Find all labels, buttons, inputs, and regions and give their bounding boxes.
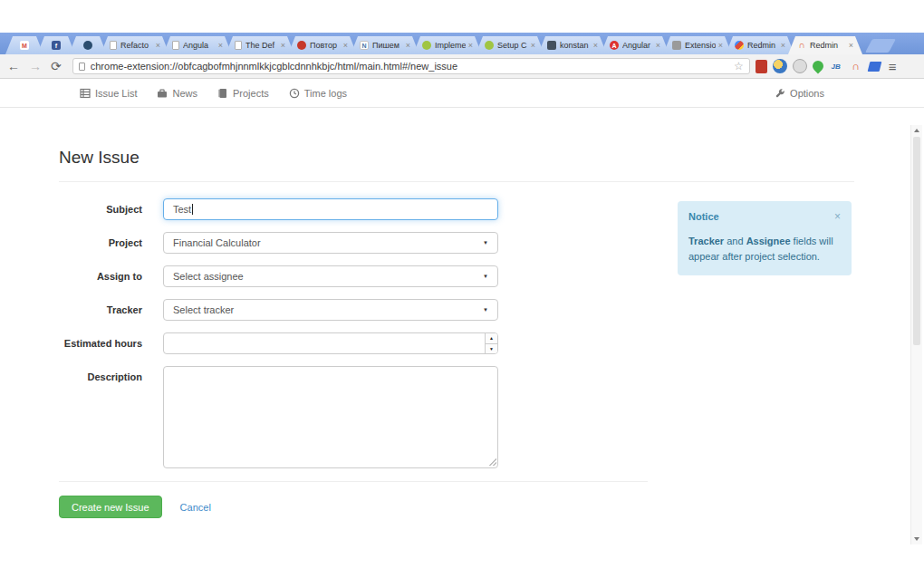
notice-bold-assignee: Assignee [746, 236, 791, 246]
stepper-up-icon[interactable]: ▲ [486, 333, 497, 344]
browser-globe-extension-icon[interactable] [773, 59, 787, 73]
subject-input[interactable]: Test [163, 198, 498, 220]
facebook-favicon: f [52, 41, 61, 50]
page-title: New Issue [59, 148, 140, 168]
browser-tab[interactable]: konstan× [538, 36, 607, 54]
browser-tab[interactable]: Refacto× [101, 36, 169, 54]
cancel-link[interactable]: Cancel [180, 502, 211, 513]
browser-tab[interactable]: Angula× [163, 36, 232, 54]
url-text: chrome-extension://obfcagbofmhjnnmlkkjcg… [91, 61, 728, 72]
green-pin-extension-icon[interactable] [810, 59, 825, 74]
jetbrains-extension-icon[interactable]: JB [829, 59, 843, 73]
tab-close-icon[interactable]: × [656, 41, 660, 50]
blue-flag-extension-icon[interactable] [867, 62, 881, 72]
tab-close-icon[interactable]: × [281, 41, 285, 50]
nav-item-time-logs[interactable]: Time logs [289, 88, 347, 99]
project-selected-value: Financial Calculator [173, 237, 261, 248]
chrome-colors-favicon [735, 41, 744, 50]
redmine-arch-favicon: ∩ [797, 41, 806, 50]
estimated-hours-input[interactable] [163, 332, 498, 354]
puzzle-favicon [672, 41, 681, 50]
tab-title: Refacto [120, 41, 153, 50]
nav-item-projects[interactable]: Projects [217, 88, 269, 99]
gray-circle-extension-icon[interactable] [793, 59, 807, 73]
pinned-tab[interactable]: M [5, 36, 43, 54]
browser-tab[interactable]: Повтор× [288, 36, 357, 54]
subject-value: Test [173, 204, 191, 215]
doc-favicon [172, 41, 179, 50]
site-nav: Issue List News Projects Time logs Optio… [0, 79, 924, 108]
doc-favicon [235, 41, 242, 50]
assign-label: Assign to [59, 265, 142, 282]
nav-item-options[interactable]: Options [775, 88, 824, 99]
nav-label: News [172, 88, 197, 99]
list-grid-icon [80, 88, 91, 99]
browser-tab-active[interactable]: ∩Redmin× [788, 36, 862, 54]
tab-title: Angula [183, 41, 216, 50]
scrollbar-thumb[interactable] [913, 137, 920, 345]
stepper-down-icon[interactable]: ▼ [486, 344, 497, 354]
dark-square-favicon [547, 41, 556, 50]
assignee-select[interactable]: Select assignee ▼ [163, 265, 498, 287]
tracker-select[interactable]: Select tracker ▼ [163, 299, 498, 321]
hours-label: Estimated hours [59, 332, 142, 349]
forward-icon[interactable]: → [29, 60, 42, 72]
refresh-icon[interactable]: ⟳ [51, 60, 62, 72]
tab-close-icon[interactable]: × [593, 41, 598, 50]
tab-close-icon[interactable]: × [849, 41, 853, 50]
tab-close-icon[interactable]: × [156, 41, 160, 50]
form-divider [59, 481, 648, 482]
nav-label: Time logs [304, 88, 347, 99]
browser-tab[interactable]: Impleme× [413, 36, 482, 54]
tab-close-icon[interactable]: × [406, 41, 410, 50]
back-icon[interactable]: ← [7, 60, 20, 72]
tab-close-icon[interactable]: × [468, 41, 473, 50]
create-issue-button[interactable]: Create new Issue [59, 496, 162, 518]
browser-toolbar: ← → ⟳ chrome-extension://obfcagbofmhjnnm… [0, 54, 924, 79]
subject-label: Subject [59, 198, 142, 215]
nav-label: Issue List [95, 88, 137, 99]
notice-panel: Notice × Tracker and Assignee fields wil… [678, 201, 852, 275]
browser-tab[interactable]: NПишем× [351, 36, 419, 54]
tab-close-icon[interactable]: × [343, 41, 348, 50]
tab-close-icon[interactable]: × [781, 41, 785, 50]
vertical-scrollbar[interactable] [910, 125, 922, 544]
pinned-tab[interactable] [69, 36, 107, 54]
browser-tab[interactable]: Setup C× [476, 36, 544, 54]
page-icon [79, 63, 85, 71]
red-book-extension-icon[interactable] [756, 60, 767, 73]
form-row-project: Project Financial Calculator ▼ [59, 232, 498, 254]
bookmark-star-icon[interactable]: ☆ [734, 60, 744, 72]
resize-grip[interactable] [488, 458, 496, 466]
tab-close-icon[interactable]: × [531, 41, 535, 50]
browser-tab[interactable]: Extensio× [663, 36, 732, 54]
address-bar[interactable]: chrome-extension://obfcagbofmhjnnmlkkjcg… [72, 58, 750, 74]
briefcase-icon [157, 88, 168, 99]
project-select[interactable]: Financial Calculator ▼ [163, 232, 498, 254]
close-icon[interactable]: × [834, 211, 841, 222]
nav-item-issue-list[interactable]: Issue List [80, 88, 137, 99]
redmine-arch-extension-icon[interactable]: ∩ [849, 59, 863, 73]
tabs-row: MfRefacto×Angula×The Def×Повтор×NПишем×I… [5, 36, 856, 54]
new-tab-button[interactable] [865, 39, 896, 53]
tab-strip: MfRefacto×Angula×The Def×Повтор×NПишем×I… [0, 33, 924, 54]
nav-item-news[interactable]: News [157, 88, 197, 99]
description-textarea[interactable] [163, 366, 498, 468]
form-actions: Create new Issue Cancel [59, 496, 211, 518]
extension-icons: JB∩ [750, 59, 881, 73]
browser-tab[interactable]: Redmin× [726, 36, 794, 54]
chevron-down-icon: ▼ [483, 307, 488, 313]
tab-title: The Def [245, 41, 278, 50]
badge-favicon [83, 41, 92, 50]
scroll-down-icon[interactable] [911, 534, 922, 544]
tab-close-icon[interactable]: × [718, 41, 723, 50]
scroll-up-icon[interactable] [911, 125, 922, 136]
browser-tab[interactable]: The Def× [226, 36, 294, 54]
project-label: Project [59, 232, 142, 248]
tab-close-icon[interactable]: × [218, 41, 223, 50]
description-label: Description [59, 366, 142, 382]
browser-tab[interactable]: AAngular× [601, 36, 669, 54]
menu-icon[interactable]: ≡ [889, 59, 897, 74]
tab-title: Setup C [497, 41, 528, 50]
pinned-tab[interactable]: f [37, 36, 75, 54]
